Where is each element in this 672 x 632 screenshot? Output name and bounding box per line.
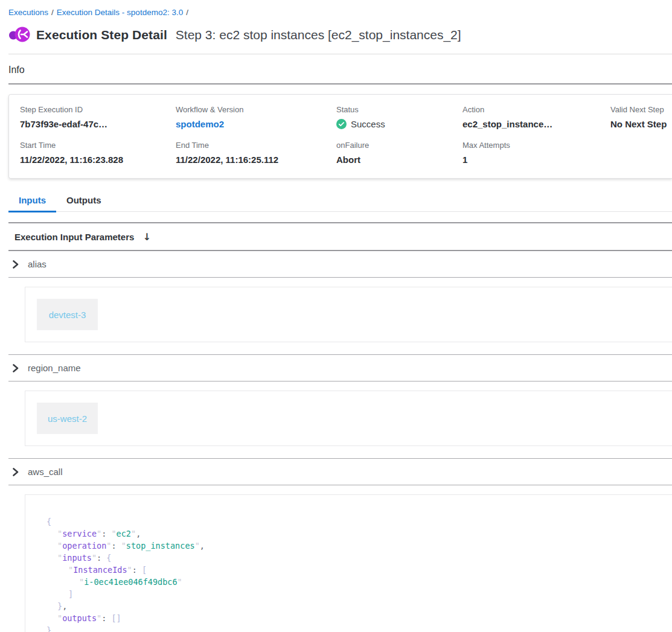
section-divider [8,485,672,485]
title-divider [8,54,672,54]
field-valid-next-step: Valid Next Step No Next Step [610,105,672,129]
page-header: Execution Step Detail Step 3: ec2 stop i… [8,25,672,44]
field-label: Status [336,105,462,114]
chevron-right-icon [12,468,19,476]
field-label: Max Attempts [462,141,610,150]
field-onfailure: onFailure Abort [336,141,462,165]
field-label: End Time [176,141,336,150]
chevron-right-icon [12,260,19,269]
execution-input-parameters-header: Execution Input Parameters ↓ [8,223,672,250]
field-label: Step Execution ID [20,105,176,114]
action-value: ec2_stop_instance… [462,119,610,129]
json-code: {"service": "ec2","operation": "stop_ins… [25,495,672,632]
breadcrumb: Executions/Execution Details - spotdemo2… [8,8,672,17]
field-status: Status Success [336,105,462,129]
max-attempts-value: 1 [462,155,610,165]
field-start-time: Start Time 11/22/2022, 11:16:23.828 [20,141,176,165]
tab-outputs[interactable]: Outputs [56,192,112,211]
execution-step-detail-page: Executions/Execution Details - spotdemo2… [0,0,672,632]
section-name: region_name [28,363,81,373]
start-time-value: 11/22/2022, 11:16:23.828 [20,155,176,165]
section-name: aws_call [28,467,63,477]
section-divider [8,277,672,278]
step-info-card: Step Execution ID 7b73f93e-edaf-47c… Wor… [8,94,672,179]
workflow-link[interactable]: spotdemo2 [176,119,336,129]
info-section-heading: Info [8,65,672,75]
field-label: Action [462,105,610,114]
region-name-value-chip: us-west-2 [37,403,98,434]
breadcrumb-link-execution-details[interactable]: Execution Details - spotdemo2: 3.0 [57,8,183,17]
page-subtitle: Step 3: ec2 stop instances [ec2_stop_ins… [176,28,461,42]
aws-call-value-panel: {"service": "ec2","operation": "stop_ins… [25,494,672,632]
status-text: Success [351,119,385,129]
info-divider [8,83,672,85]
execution-input-parameters-label: Execution Input Parameters [14,232,134,242]
valid-next-step-value: No Next Step [610,119,672,129]
field-label: Start Time [20,141,176,150]
field-step-execution-id: Step Execution ID 7b73f93e-edaf-47c… [20,105,176,129]
field-action: Action ec2_stop_instance… [462,105,610,129]
chevron-right-icon [12,364,19,372]
breadcrumb-separator: / [186,8,188,17]
step-execution-id-value: 7b73f93e-edaf-47c… [20,119,176,129]
field-workflow-version: Workflow & Version spotdemo2 [176,105,336,129]
collapse-all-arrow-icon[interactable]: ↓ [142,231,150,243]
field-max-attempts: Max Attempts 1 [462,141,610,165]
field-label: onFailure [336,141,462,150]
section-row-region-name[interactable]: region_name [8,355,672,381]
region-name-value-panel: us-west-2 [25,391,672,446]
tab-inputs[interactable]: Inputs [8,192,56,211]
workflow-app-logo-icon [8,25,30,44]
section-row-alias[interactable]: alias [8,251,672,277]
inputs-outputs-tabs: Inputs Outputs [8,192,672,212]
alias-value-chip: devtest-3 [37,299,98,330]
alias-value-panel: devtest-3 [25,287,672,342]
success-check-icon [336,119,347,129]
field-label: Valid Next Step [610,105,672,114]
end-time-value: 11/22/2022, 11:16:25.112 [176,155,336,165]
status-badge: Success [336,119,462,129]
breadcrumb-link-executions[interactable]: Executions [8,8,48,17]
section-name: alias [28,259,46,269]
onfailure-value: Abort [336,155,462,165]
field-empty [610,141,672,165]
section-divider [8,381,672,381]
field-end-time: End Time 11/22/2022, 11:16:25.112 [176,141,336,165]
section-row-aws-call[interactable]: aws_call [8,459,672,485]
field-label: Workflow & Version [176,105,336,114]
page-title: Execution Step Detail [36,28,167,42]
breadcrumb-separator: / [51,8,54,17]
